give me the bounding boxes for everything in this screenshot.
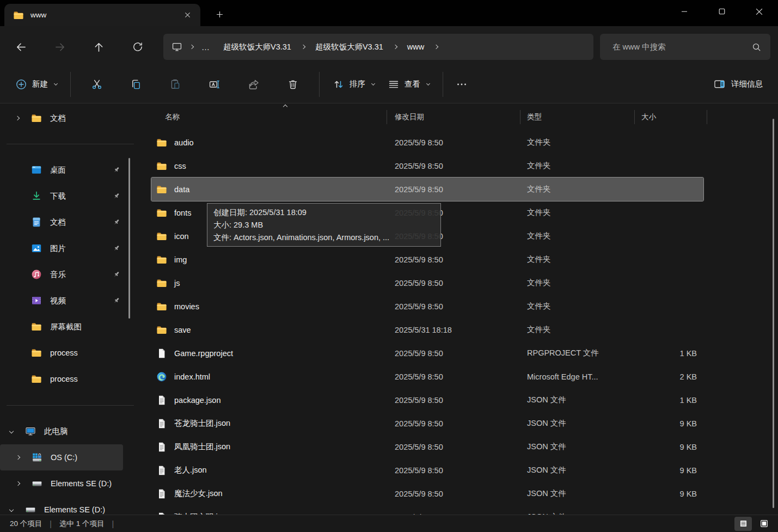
file-row[interactable]: package.json2025/5/9 8:50JSON 文件1 KB	[151, 388, 703, 412]
sidebar-item[interactable]: OS (C:)	[0, 444, 123, 470]
sort-button[interactable]: 排序	[326, 72, 381, 96]
new-button-label: 新建	[32, 79, 48, 89]
column-divider[interactable]	[634, 110, 635, 124]
more-options-button[interactable]	[450, 72, 474, 96]
chevron-right-icon[interactable]	[15, 456, 21, 459]
chevron-right-icon[interactable]	[15, 117, 20, 120]
back-button[interactable]	[10, 36, 32, 58]
sidebar-item[interactable]: 图片	[0, 235, 123, 261]
details-pane-button[interactable]: 详细信息	[707, 72, 769, 96]
forward-button[interactable]	[49, 36, 71, 58]
this-pc-icon[interactable]	[167, 37, 187, 57]
file-row[interactable]: Game.rpgproject2025/5/9 8:50RPGPROJECT 文…	[151, 341, 703, 365]
sidebar-item[interactable]: process	[0, 366, 123, 392]
cut-button[interactable]	[85, 72, 109, 96]
rename-button[interactable]	[203, 72, 226, 96]
file-row[interactable]: img2025/5/9 8:50文件夹	[151, 248, 703, 271]
file-row[interactable]: index.html2025/5/9 8:50Microsoft Edge HT…	[151, 365, 703, 388]
selected-count: 选中 1 个项目	[59, 519, 105, 529]
column-header[interactable]: 名称	[151, 112, 387, 122]
paste-button[interactable]	[163, 72, 187, 96]
breadcrumb-chevron-icon[interactable]	[189, 45, 194, 49]
sidebar-item[interactable]: Elements SE (D:)	[0, 497, 123, 515]
chevron-down-icon[interactable]	[9, 430, 14, 433]
file-name: icon	[174, 232, 189, 241]
column-divider[interactable]	[520, 110, 520, 124]
file-text-icon	[156, 488, 167, 499]
file-row[interactable]: css2025/5/9 8:50文件夹	[151, 154, 703, 178]
large-icons-view-button[interactable]	[755, 517, 773, 531]
column-header[interactable]: 类型	[520, 112, 634, 122]
up-button[interactable]	[88, 36, 109, 58]
file-type: 文件夹	[520, 231, 634, 241]
pin-icon	[112, 166, 120, 174]
file-row[interactable]: audio2025/5/9 8:50文件夹	[151, 131, 703, 154]
file-row[interactable]: movies2025/5/9 8:50文件夹	[151, 295, 703, 318]
pin-icon	[112, 271, 120, 279]
file-row[interactable]: 老人.json2025/5/9 8:50JSON 文件9 KB	[151, 458, 703, 482]
sidebar-item[interactable]: 此电脑	[0, 418, 123, 444]
breadcrumb-chevron-icon[interactable]	[301, 45, 305, 49]
sidebar-item[interactable]: 桌面	[0, 157, 123, 183]
sidebar-item-label: 屏幕截图	[50, 322, 82, 332]
breadcrumb-chevron-icon[interactable]	[434, 45, 438, 49]
sidebar-item-label: 下载	[50, 191, 66, 201]
sidebar-item[interactable]: Elements SE (D:)	[0, 470, 123, 497]
this-pc-icon	[25, 426, 36, 437]
copy-button[interactable]	[124, 72, 148, 96]
minimize-button[interactable]	[665, 0, 703, 23]
file-name-cell: index.html	[151, 371, 387, 382]
file-row[interactable]: 魔法少女.json2025/5/9 8:50JSON 文件9 KB	[151, 482, 703, 505]
column-header[interactable]: 修改日期	[387, 112, 520, 122]
sidebar-scrollbar[interactable]	[128, 158, 130, 319]
pin-icon	[112, 244, 120, 253]
explorer-tab[interactable]: www	[4, 4, 200, 26]
breadcrumb-segment[interactable]: 超级软饭大师V3.31	[216, 37, 299, 57]
refresh-button[interactable]	[127, 36, 149, 58]
maximize-button[interactable]	[703, 0, 740, 23]
sidebar-tree-item[interactable]: 文档	[0, 108, 123, 128]
search-icon[interactable]	[751, 42, 762, 52]
file-row[interactable]: data2025/5/9 8:50文件夹	[151, 178, 703, 201]
file-row[interactable]: 骑士团文职.json2025/5/9 8:50JSON 文件9 KB	[151, 505, 703, 515]
chevron-down-icon[interactable]	[9, 508, 14, 511]
file-date: 2025/5/9 8:50	[387, 419, 520, 428]
share-button[interactable]	[242, 72, 266, 96]
sidebar-item-label: 桌面	[50, 165, 66, 175]
file-name: movies	[174, 302, 199, 311]
column-header[interactable]: 大小	[634, 112, 707, 122]
sidebar-item[interactable]: 文档	[0, 209, 123, 235]
file-row[interactable]: js2025/5/9 8:50文件夹	[151, 271, 703, 295]
view-button[interactable]: 查看	[381, 72, 436, 96]
file-row[interactable]: save2025/5/31 18:18文件夹	[151, 318, 703, 341]
folder-icon	[31, 347, 42, 358]
folder-icon	[31, 321, 42, 332]
breadcrumb-chevron-icon[interactable]	[393, 45, 397, 49]
file-row[interactable]: 苍龙骑士团.json2025/5/9 8:50JSON 文件9 KB	[151, 412, 703, 435]
breadcrumb-segment[interactable]: www	[400, 37, 432, 57]
details-view-button[interactable]	[734, 517, 752, 531]
column-divider[interactable]	[387, 110, 387, 124]
sidebar-item[interactable]: 视频	[0, 288, 123, 314]
file-row[interactable]: 凤凰骑士团.json2025/5/9 8:50JSON 文件9 KB	[151, 435, 703, 458]
sidebar-item[interactable]: 音乐	[0, 261, 123, 288]
sidebar-item[interactable]: 下载	[0, 183, 123, 209]
chevron-right-icon[interactable]	[15, 482, 21, 485]
breadcrumb-overflow-button[interactable]: …	[196, 42, 216, 52]
list-scrollbar[interactable]	[773, 119, 774, 508]
file-date: 2025/5/9 8:50	[387, 466, 520, 475]
file-name-cell: 老人.json	[151, 465, 387, 476]
close-button[interactable]	[740, 0, 778, 23]
breadcrumb-segment[interactable]: 超级软饭大师V3.31	[308, 37, 391, 57]
tab-close-icon[interactable]	[180, 8, 195, 22]
sidebar-item[interactable]: process	[0, 340, 123, 366]
search-box[interactable]: 在 www 中搜索	[600, 34, 770, 60]
sidebar-item-label: 视频	[50, 296, 66, 306]
sidebar-item[interactable]: 屏幕截图	[0, 314, 123, 340]
view-toggles	[734, 517, 773, 531]
new-tab-button[interactable]	[210, 7, 229, 22]
delete-button[interactable]	[281, 72, 305, 96]
new-button[interactable]: 新建	[9, 72, 64, 96]
file-date: 2025/5/9 8:50	[387, 396, 520, 405]
column-divider[interactable]	[707, 110, 707, 124]
